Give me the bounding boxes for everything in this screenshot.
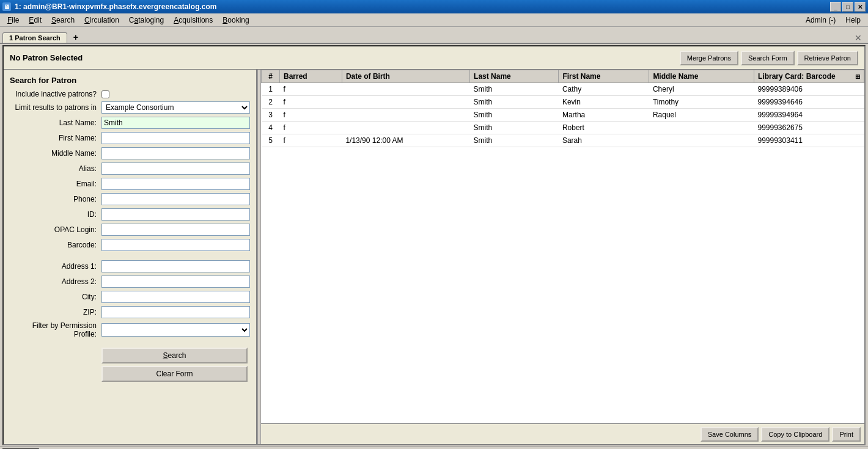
- menu-cataloging[interactable]: Cataloging: [124, 15, 169, 26]
- cell-last-name: Smith: [470, 83, 559, 96]
- col-header-barcode[interactable]: Library Card: Barcode ⊞: [754, 70, 864, 83]
- cell-last-name: Smith: [470, 109, 559, 122]
- col-header-dob[interactable]: Date of Birth: [342, 70, 469, 83]
- cell-barred: f: [280, 109, 342, 122]
- cell-first-name: Kevin: [559, 96, 649, 109]
- address2-input[interactable]: [101, 276, 250, 288]
- include-inactive-checkbox[interactable]: [101, 90, 109, 98]
- col-header-barred[interactable]: Barred: [280, 70, 342, 83]
- cell-middle-name: [649, 122, 754, 134]
- cell-last-name: Smith: [470, 134, 559, 147]
- merge-patrons-button[interactable]: Merge Patrons: [680, 51, 738, 65]
- add-tab-button[interactable]: +: [68, 32, 83, 43]
- cell-first-name: Robert: [559, 122, 649, 134]
- middle-name-row: Middle Name:: [10, 147, 250, 159]
- address1-label: Address 1:: [10, 262, 101, 271]
- cell-first-name: Cathy: [559, 83, 649, 96]
- results-scroll-area[interactable]: # Barred Date of Birth Last Name: [261, 70, 864, 423]
- id-input[interactable]: [101, 208, 250, 221]
- limit-results-select[interactable]: Example Consortium Branch 1 Branch 2: [101, 101, 250, 114]
- save-columns-button[interactable]: Save Columns: [701, 427, 759, 442]
- cell-num: 1: [262, 83, 280, 96]
- filter-permission-row: Filter by Permission Profile:: [10, 321, 250, 338]
- content-area: Search for Patron Include inactive patro…: [4, 70, 864, 444]
- email-row: Email:: [10, 178, 250, 190]
- copy-clipboard-button[interactable]: Copy to Clipboard: [761, 427, 829, 442]
- col-header-middle-name[interactable]: Middle Name: [649, 70, 754, 83]
- cell-barred: f: [280, 96, 342, 109]
- id-row: ID:: [10, 208, 250, 221]
- cell-first-name: Martha: [559, 109, 649, 122]
- first-name-input[interactable]: [101, 132, 250, 144]
- last-name-label: Last Name:: [10, 119, 101, 127]
- address2-row: Address 2:: [10, 276, 250, 288]
- alias-input[interactable]: [101, 162, 250, 175]
- opac-login-input[interactable]: [101, 224, 250, 236]
- address2-label: Address 2:: [10, 277, 101, 286]
- cell-barred: f: [280, 134, 342, 147]
- cell-first-name: Sarah: [559, 134, 649, 147]
- opac-login-row: OPAC Login:: [10, 224, 250, 236]
- retrieve-patron-button[interactable]: Retrieve Patron: [797, 51, 858, 65]
- search-button[interactable]: Search: [101, 348, 248, 363]
- menu-acquisitions[interactable]: Acquisitions: [169, 15, 218, 26]
- last-name-input[interactable]: [101, 117, 250, 129]
- results-panel: # Barred Date of Birth Last Name: [261, 70, 864, 444]
- cell-barred: f: [280, 83, 342, 96]
- email-label: Email:: [10, 180, 101, 188]
- cell-dob: [342, 83, 469, 96]
- print-button[interactable]: Print: [832, 427, 861, 442]
- menu-circulation[interactable]: Circulation: [79, 15, 124, 26]
- address1-row: Address 1:: [10, 260, 250, 272]
- table-row[interactable]: 2 f Smith Kevin Timothy 99999394646: [262, 96, 864, 109]
- col-header-first-name[interactable]: First Name: [559, 70, 649, 83]
- cell-middle-name: [649, 134, 754, 147]
- cell-middle-name: Cheryl: [649, 83, 754, 96]
- address1-input[interactable]: [101, 260, 250, 272]
- filter-permission-select[interactable]: [101, 323, 250, 337]
- cell-barcode: 99999389406: [754, 83, 864, 96]
- col-expand-icon: ⊞: [855, 73, 860, 80]
- app-icon: 🖥: [2, 2, 11, 11]
- phone-input[interactable]: [101, 193, 250, 205]
- search-panel: Search for Patron Include inactive patro…: [4, 70, 257, 444]
- menu-search[interactable]: Search: [46, 15, 79, 26]
- first-name-label: First Name:: [10, 134, 101, 142]
- city-input[interactable]: [101, 291, 250, 303]
- table-row[interactable]: 5 f 1/13/90 12:00 AM Smith Sarah 9999930…: [262, 134, 864, 147]
- close-window-button[interactable]: ✕: [851, 33, 866, 43]
- cell-barcode: 99999394964: [754, 109, 864, 122]
- alias-row: Alias:: [10, 162, 250, 175]
- menu-booking[interactable]: Booking: [218, 15, 254, 26]
- barcode-input[interactable]: [101, 239, 250, 251]
- menu-edit[interactable]: Edit: [24, 15, 46, 26]
- menu-help[interactable]: Help: [840, 15, 866, 26]
- zip-input[interactable]: [101, 306, 250, 318]
- patron-header: No Patron Selected Merge Patrons Search …: [4, 46, 864, 70]
- email-input[interactable]: [101, 178, 250, 190]
- results-table: # Barred Date of Birth Last Name: [261, 70, 864, 147]
- search-form-button[interactable]: Search Form: [741, 51, 795, 65]
- middle-name-input[interactable]: [101, 147, 250, 159]
- table-row[interactable]: 4 f Smith Robert 99999362675: [262, 122, 864, 134]
- cell-barred: f: [280, 122, 342, 134]
- alias-label: Alias:: [10, 164, 101, 173]
- menu-file[interactable]: File: [2, 15, 24, 26]
- maximize-button[interactable]: □: [842, 2, 853, 12]
- clear-form-button[interactable]: Clear Form: [101, 366, 248, 382]
- menu-admin[interactable]: Admin (-): [801, 15, 840, 26]
- table-row[interactable]: 3 f Smith Martha Raquel 99999394964: [262, 109, 864, 122]
- table-row[interactable]: 1 f Smith Cathy Cheryl 99999389406: [262, 83, 864, 96]
- limit-results-label: Limit results to patrons in: [10, 103, 101, 112]
- tab-patron-search[interactable]: 1 Patron Search: [2, 32, 67, 43]
- first-name-row: First Name:: [10, 132, 250, 144]
- close-button[interactable]: ✕: [855, 2, 866, 12]
- city-label: City:: [10, 293, 101, 301]
- col-header-last-name[interactable]: Last Name: [470, 70, 559, 83]
- col-header-num[interactable]: #: [262, 70, 280, 83]
- minimize-button[interactable]: _: [830, 2, 841, 12]
- menu-bar: File Edit Search Circulation Cataloging …: [0, 13, 868, 27]
- cell-barcode: 99999303411: [754, 134, 864, 147]
- cell-middle-name: Timothy: [649, 96, 754, 109]
- phone-label: Phone:: [10, 195, 101, 203]
